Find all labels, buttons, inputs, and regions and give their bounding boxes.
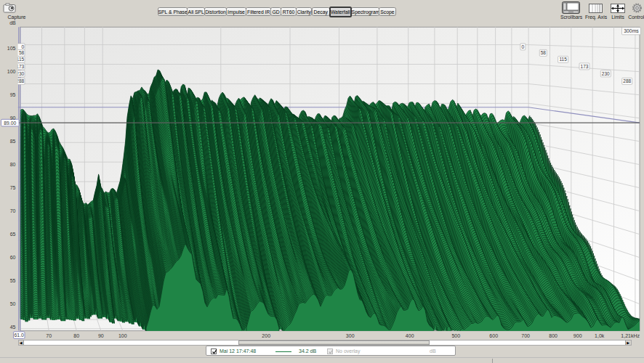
svg-text:1,21kHz: 1,21kHz: [621, 333, 640, 338]
svg-text:89.00: 89.00: [4, 121, 16, 126]
svg-text:1,0k: 1,0k: [595, 333, 605, 338]
svg-text:58: 58: [19, 50, 25, 55]
svg-text:500: 500: [451, 333, 460, 338]
svg-text:700: 700: [521, 333, 530, 338]
svg-text:300: 300: [346, 333, 355, 338]
svg-text:100: 100: [7, 69, 16, 74]
svg-text:115: 115: [559, 57, 567, 62]
svg-text:dB: dB: [9, 20, 16, 25]
svg-text:115: 115: [17, 57, 25, 62]
svg-text:55: 55: [10, 278, 16, 283]
svg-text:173: 173: [581, 64, 589, 69]
svg-text:50: 50: [10, 301, 16, 306]
svg-text:173: 173: [16, 64, 24, 69]
svg-text:58: 58: [541, 50, 547, 55]
svg-text:70: 70: [46, 333, 52, 338]
svg-text:80: 80: [10, 162, 16, 167]
svg-text:70: 70: [10, 208, 16, 213]
svg-text:800: 800: [549, 333, 558, 338]
svg-text:0: 0: [22, 44, 25, 49]
svg-text:61.0: 61.0: [15, 333, 24, 338]
svg-text:45: 45: [10, 325, 16, 330]
svg-text:90: 90: [98, 333, 104, 338]
svg-text:90: 90: [10, 115, 16, 121]
svg-text:85: 85: [10, 139, 16, 144]
svg-text:230: 230: [16, 71, 24, 76]
svg-text:200: 200: [262, 333, 270, 338]
svg-text:105: 105: [7, 46, 16, 51]
svg-text:600: 600: [489, 333, 498, 338]
svg-text:900: 900: [573, 333, 582, 338]
svg-text:0: 0: [522, 44, 525, 49]
svg-text:288: 288: [623, 78, 631, 83]
svg-text:400: 400: [406, 333, 414, 338]
svg-text:65: 65: [10, 232, 16, 237]
svg-text:288: 288: [16, 78, 24, 83]
svg-text:230: 230: [602, 71, 610, 76]
svg-text:95: 95: [10, 92, 16, 97]
svg-text:100: 100: [118, 333, 127, 338]
svg-text:300ms: 300ms: [624, 28, 639, 33]
svg-text:60: 60: [10, 255, 16, 260]
svg-text:80: 80: [73, 333, 79, 338]
svg-text:75: 75: [10, 185, 16, 190]
